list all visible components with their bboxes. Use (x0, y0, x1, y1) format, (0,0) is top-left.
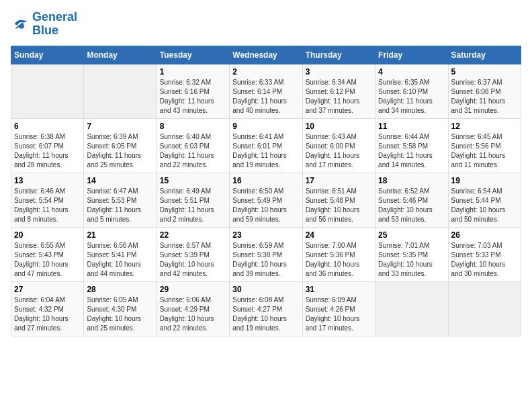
day-info: Sunrise: 6:45 AMSunset: 5:56 PMDaylight:… (451, 132, 518, 170)
day-number: 15 (160, 176, 226, 185)
day-number: 11 (378, 122, 445, 131)
day-info: Sunrise: 6:09 AMSunset: 4:26 PMDaylight:… (306, 295, 372, 333)
calendar-week-row: 1Sunrise: 6:32 AMSunset: 6:16 PMDaylight… (11, 64, 521, 118)
day-number: 23 (232, 230, 299, 240)
day-number: 1 (160, 67, 226, 77)
column-header-sunday: Sunday (11, 46, 84, 64)
day-number: 12 (451, 122, 518, 131)
calendar-cell (11, 64, 84, 118)
day-number: 5 (451, 67, 518, 77)
calendar-cell: 7Sunrise: 6:39 AMSunset: 6:05 PMDaylight… (84, 118, 157, 173)
calendar-week-row: 27Sunrise: 6:04 AMSunset: 4:32 PMDayligh… (11, 281, 521, 336)
column-header-wednesday: Wednesday (230, 46, 302, 64)
column-header-thursday: Thursday (302, 46, 375, 64)
day-info: Sunrise: 6:44 AMSunset: 5:58 PMDaylight:… (378, 132, 445, 170)
day-number: 20 (14, 230, 81, 240)
day-info: Sunrise: 6:47 AMSunset: 5:53 PMDaylight:… (87, 187, 153, 224)
calendar-cell: 8Sunrise: 6:40 AMSunset: 6:03 PMDaylight… (157, 118, 229, 173)
day-info: Sunrise: 6:50 AMSunset: 5:49 PMDaylight:… (232, 187, 299, 224)
calendar-cell: 23Sunrise: 6:59 AMSunset: 5:38 PMDayligh… (230, 227, 302, 281)
day-number: 2 (232, 67, 299, 77)
calendar-cell: 24Sunrise: 7:00 AMSunset: 5:36 PMDayligh… (302, 227, 375, 281)
day-number: 28 (87, 285, 153, 294)
calendar-cell: 22Sunrise: 6:57 AMSunset: 5:39 PMDayligh… (157, 227, 229, 281)
logo-icon (11, 15, 30, 34)
day-info: Sunrise: 6:08 AMSunset: 4:27 PMDaylight:… (232, 295, 299, 333)
column-header-tuesday: Tuesday (157, 46, 229, 64)
day-info: Sunrise: 6:54 AMSunset: 5:44 PMDaylight:… (451, 187, 518, 224)
calendar-cell: 19Sunrise: 6:54 AMSunset: 5:44 PMDayligh… (448, 173, 521, 227)
day-info: Sunrise: 6:05 AMSunset: 4:30 PMDaylight:… (87, 295, 153, 333)
day-number: 26 (451, 230, 518, 240)
day-number: 18 (378, 176, 445, 185)
column-header-monday: Monday (84, 46, 157, 64)
day-number: 14 (87, 176, 153, 185)
calendar-cell: 27Sunrise: 6:04 AMSunset: 4:32 PMDayligh… (11, 281, 84, 336)
day-info: Sunrise: 6:35 AMSunset: 6:10 PMDaylight:… (378, 78, 445, 116)
day-info: Sunrise: 6:37 AMSunset: 6:08 PMDaylight:… (451, 78, 518, 116)
calendar-cell: 31Sunrise: 6:09 AMSunset: 4:26 PMDayligh… (302, 281, 375, 336)
day-info: Sunrise: 6:34 AMSunset: 6:12 PMDaylight:… (306, 78, 372, 116)
calendar-cell: 15Sunrise: 6:49 AMSunset: 5:51 PMDayligh… (157, 173, 229, 227)
calendar-header-row: SundayMondayTuesdayWednesdayThursdayFrid… (11, 46, 521, 64)
calendar-cell: 4Sunrise: 6:35 AMSunset: 6:10 PMDaylight… (375, 64, 448, 118)
calendar-table: SundayMondayTuesdayWednesdayThursdayFrid… (11, 46, 521, 336)
day-info: Sunrise: 6:56 AMSunset: 5:41 PMDaylight:… (87, 241, 153, 279)
logo-text: General Blue (32, 11, 77, 38)
day-number: 19 (451, 176, 518, 185)
day-info: Sunrise: 6:43 AMSunset: 6:00 PMDaylight:… (306, 132, 372, 170)
day-info: Sunrise: 6:51 AMSunset: 5:48 PMDaylight:… (306, 187, 372, 224)
day-number: 4 (378, 67, 445, 77)
calendar-week-row: 13Sunrise: 6:46 AMSunset: 5:54 PMDayligh… (11, 173, 521, 227)
day-info: Sunrise: 6:33 AMSunset: 6:14 PMDaylight:… (232, 78, 299, 116)
calendar-cell: 17Sunrise: 6:51 AMSunset: 5:48 PMDayligh… (302, 173, 375, 227)
calendar-week-row: 6Sunrise: 6:38 AMSunset: 6:07 PMDaylight… (11, 118, 521, 173)
calendar-cell (448, 281, 521, 336)
calendar-cell: 16Sunrise: 6:50 AMSunset: 5:49 PMDayligh… (230, 173, 302, 227)
calendar-cell: 5Sunrise: 6:37 AMSunset: 6:08 PMDaylight… (448, 64, 521, 118)
calendar-cell: 14Sunrise: 6:47 AMSunset: 5:53 PMDayligh… (84, 173, 157, 227)
day-info: Sunrise: 7:03 AMSunset: 5:33 PMDaylight:… (451, 241, 518, 279)
day-info: Sunrise: 6:55 AMSunset: 5:43 PMDaylight:… (14, 241, 81, 279)
calendar-cell (84, 64, 157, 118)
calendar-cell: 3Sunrise: 6:34 AMSunset: 6:12 PMDaylight… (302, 64, 375, 118)
day-info: Sunrise: 6:52 AMSunset: 5:46 PMDaylight:… (378, 187, 445, 224)
day-number: 10 (306, 122, 372, 131)
calendar-cell: 10Sunrise: 6:43 AMSunset: 6:00 PMDayligh… (302, 118, 375, 173)
day-number: 8 (160, 122, 226, 131)
page-header: General Blue (11, 11, 521, 38)
column-header-saturday: Saturday (448, 46, 521, 64)
day-info: Sunrise: 7:01 AMSunset: 5:35 PMDaylight:… (378, 241, 445, 279)
day-number: 21 (87, 230, 153, 240)
day-info: Sunrise: 6:38 AMSunset: 6:07 PMDaylight:… (14, 132, 81, 170)
day-info: Sunrise: 6:40 AMSunset: 6:03 PMDaylight:… (160, 132, 226, 170)
day-number: 30 (232, 285, 299, 294)
calendar-cell: 11Sunrise: 6:44 AMSunset: 5:58 PMDayligh… (375, 118, 448, 173)
day-number: 7 (87, 122, 153, 131)
day-info: Sunrise: 6:57 AMSunset: 5:39 PMDaylight:… (160, 241, 226, 279)
calendar-cell: 9Sunrise: 6:41 AMSunset: 6:01 PMDaylight… (230, 118, 302, 173)
calendar-cell: 18Sunrise: 6:52 AMSunset: 5:46 PMDayligh… (375, 173, 448, 227)
calendar-cell: 2Sunrise: 6:33 AMSunset: 6:14 PMDaylight… (230, 64, 302, 118)
calendar-cell: 29Sunrise: 6:06 AMSunset: 4:29 PMDayligh… (157, 281, 229, 336)
day-info: Sunrise: 6:04 AMSunset: 4:32 PMDaylight:… (14, 295, 81, 333)
day-number: 31 (306, 285, 372, 294)
calendar-cell: 13Sunrise: 6:46 AMSunset: 5:54 PMDayligh… (11, 173, 84, 227)
calendar-cell: 20Sunrise: 6:55 AMSunset: 5:43 PMDayligh… (11, 227, 84, 281)
column-header-friday: Friday (375, 46, 448, 64)
day-number: 25 (378, 230, 445, 240)
day-info: Sunrise: 6:06 AMSunset: 4:29 PMDaylight:… (160, 295, 226, 333)
logo: General Blue (11, 11, 77, 38)
calendar-cell: 6Sunrise: 6:38 AMSunset: 6:07 PMDaylight… (11, 118, 84, 173)
day-number: 9 (232, 122, 299, 131)
day-number: 13 (14, 176, 81, 185)
day-number: 22 (160, 230, 226, 240)
day-number: 24 (306, 230, 372, 240)
day-info: Sunrise: 6:59 AMSunset: 5:38 PMDaylight:… (232, 241, 299, 279)
calendar-week-row: 20Sunrise: 6:55 AMSunset: 5:43 PMDayligh… (11, 227, 521, 281)
calendar-cell: 26Sunrise: 7:03 AMSunset: 5:33 PMDayligh… (448, 227, 521, 281)
calendar-cell: 25Sunrise: 7:01 AMSunset: 5:35 PMDayligh… (375, 227, 448, 281)
calendar-cell: 1Sunrise: 6:32 AMSunset: 6:16 PMDaylight… (157, 64, 229, 118)
calendar-cell: 12Sunrise: 6:45 AMSunset: 5:56 PMDayligh… (448, 118, 521, 173)
day-info: Sunrise: 6:32 AMSunset: 6:16 PMDaylight:… (160, 78, 226, 116)
